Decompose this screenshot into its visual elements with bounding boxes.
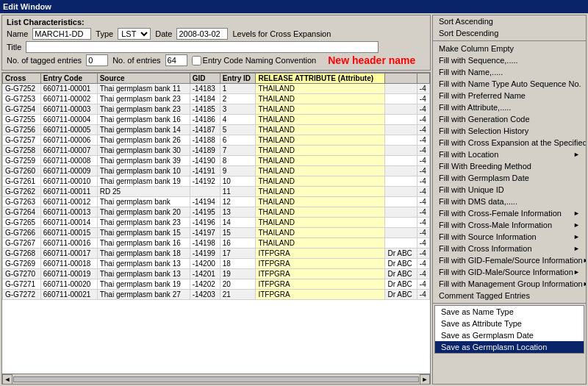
horizontal-scrollbar[interactable]: ◄ ► (2, 374, 430, 384)
table-cell: 13 (220, 207, 256, 218)
context-menu-item[interactable]: Fill with Cross-Male Information► (433, 219, 586, 231)
table-row[interactable]: G-G7263660711-00012Thai germplasm bank-1… (3, 197, 430, 207)
name-row: Name Type LST Date Levels for Cross Expa… (7, 28, 426, 40)
table-cell: -14190 (190, 156, 220, 166)
context-menu-item[interactable]: Sort Ascending (433, 15, 586, 27)
table-cell: 3 (220, 104, 256, 115)
table-cell: -4 (417, 125, 429, 135)
context-menu-item[interactable]: Fill with GID-Female/Source Information► (433, 254, 586, 266)
table-cell: G-G7254 (3, 104, 41, 115)
table-row[interactable]: G-G7262660711-00011RD 2511THAILAND-4 (3, 187, 430, 197)
tagged-input[interactable] (86, 54, 108, 66)
table-cell: -4 (417, 146, 429, 156)
context-menu-item[interactable]: Sort Descending (433, 27, 586, 39)
context-menu-item[interactable]: Fill with GID-Male/Source Information► (433, 266, 586, 278)
table-row[interactable]: G-G7254660711-00003Thai germplasm bank 2… (3, 104, 430, 115)
scroll-right-btn[interactable]: ► (420, 374, 430, 385)
table-row[interactable]: G-G7261660711-00010Thai germplasm bank 1… (3, 176, 430, 187)
context-menu-item[interactable]: Fill with DMS data,..... (433, 196, 586, 207)
table-cell: Thai germplasm bank 19 (97, 176, 190, 187)
scroll-track[interactable] (13, 376, 419, 382)
table-cell (385, 176, 417, 187)
table-cell: 17 (220, 249, 256, 259)
table-row[interactable]: G-G7259660711-00008Thai germplasm bank 3… (3, 156, 430, 166)
scroll-left-btn[interactable]: ◄ (2, 374, 12, 385)
table-cell: G-G7257 (3, 135, 41, 146)
date-input[interactable] (176, 28, 228, 40)
table-cell: -4 (417, 279, 429, 290)
context-menu-item[interactable]: Fill with Cross Information► (433, 243, 586, 254)
table-cell: -4 (417, 290, 429, 300)
context-menu-item[interactable]: Fill with Management Group Information► (433, 278, 586, 290)
context-menu-item[interactable]: Fill with Attribute,..... (433, 101, 586, 113)
context-menu-item[interactable]: Fill with Cross-Female Information► (433, 207, 586, 219)
table-cell: G-G7262 (3, 187, 41, 197)
table-cell (385, 228, 417, 238)
context-menu-item[interactable]: Fill with Location► (433, 149, 586, 160)
window-title: Edit Window (3, 2, 51, 11)
context-menu-item[interactable]: Fill with Selection History (433, 125, 586, 137)
context-menu-item[interactable]: Comment Tagged Entries (433, 290, 586, 301)
table-cell: -14184 (190, 94, 220, 104)
table-cell: RD 25 (97, 187, 190, 197)
table-row[interactable]: G-G7269660711-00018Thai germplasm bank 1… (3, 259, 430, 269)
table-row[interactable]: G-G7264660711-00013Thai germplasm bank 2… (3, 207, 430, 218)
context-menu-item[interactable]: Fill with Preferred Name (433, 90, 586, 101)
context-menu-item[interactable]: Fill with Sequence,..... (433, 54, 586, 66)
menu-divider-2 (433, 303, 586, 304)
table-row[interactable]: G-G7258660711-00007Thai germplasm bank 3… (3, 146, 430, 156)
context-menu-item[interactable]: Save as Attribute Type (435, 318, 584, 329)
table-scroll[interactable]: Cross Entry Code Source GID Entry ID REL… (2, 73, 430, 374)
table-row[interactable]: G-G7253660711-00002Thai germplasm bank 2… (3, 94, 430, 104)
table-row[interactable]: G-G7260660711-00009Thai germplasm bank 1… (3, 166, 430, 176)
context-menu-item[interactable]: Fill with Cross Expansion at the Specifi… (433, 137, 586, 149)
table-cell (385, 197, 417, 207)
table-row[interactable]: G-G7271660711-00020Thai germplasm bank 1… (3, 279, 430, 290)
context-menu-item[interactable]: Save as Name Type (435, 306, 584, 318)
context-menu-item[interactable]: Fill with Name,..... (433, 66, 586, 78)
left-panel: List Characteristics: Name Type LST Date… (0, 13, 432, 386)
table-cell: G-G7267 (3, 238, 41, 249)
table-row[interactable]: G-G7267660711-00016Thai germplasm bank 1… (3, 238, 430, 249)
context-menu-item[interactable]: Save as Germplasm Location (435, 341, 584, 353)
table-cell: -14199 (190, 249, 220, 259)
table-row[interactable]: G-G7265660711-00014Thai germplasm bank 2… (3, 218, 430, 228)
table-cell: 660711-00011 (40, 187, 97, 197)
table-cell: Thai germplasm bank 19 (97, 279, 190, 290)
context-menu-item[interactable]: Fill with Unique ID (433, 184, 586, 196)
entry-code-checkbox[interactable] (192, 56, 201, 65)
table-cell: THAILAND (256, 207, 385, 218)
table-cell: ITFPGRA (256, 259, 385, 269)
table-cell: Thai germplasm bank 11 (97, 84, 190, 94)
context-menu-item[interactable]: Make Column Empty (433, 43, 586, 54)
context-menu-item[interactable]: Fill with Generation Code (433, 113, 586, 125)
title-input[interactable] (26, 41, 379, 53)
table-row[interactable]: G-G7268660711-00017Thai germplasm bank 1… (3, 249, 430, 259)
table-row[interactable]: G-G7257660711-00006Thai germplasm bank 2… (3, 135, 430, 146)
table-cell: 660711-00005 (40, 125, 97, 135)
table-row[interactable]: G-G7266660711-00015Thai germplasm bank 1… (3, 228, 430, 238)
table-cell: -14200 (190, 259, 220, 269)
context-menu-item[interactable]: Fill with Source Information► (433, 231, 586, 243)
table-cell: Dr ABC (385, 259, 417, 269)
table-row[interactable]: G-G7272660711-00021Thai germplasm bank 2… (3, 290, 430, 300)
table-row[interactable]: G-G7270660711-00019Thai germplasm bank 1… (3, 269, 430, 279)
entries-input[interactable] (165, 54, 187, 66)
context-menu-item[interactable]: Save as Germplasm Date (435, 329, 584, 341)
context-menu-item[interactable]: Fill With Breeding Method (433, 160, 586, 172)
table-cell: Thai germplasm bank 30 (97, 146, 190, 156)
context-menu-item[interactable]: Fill with Germplasm Date (433, 172, 586, 184)
table-row[interactable]: G-G7252660711-00001Thai germplasm bank 1… (3, 84, 430, 94)
table-cell: 660711-00017 (40, 249, 97, 259)
table-row[interactable]: G-G7255660711-00004Thai germplasm bank 1… (3, 115, 430, 125)
table-cell: -4 (417, 269, 429, 279)
table-cell: 12 (220, 197, 256, 207)
context-menu-panel: Sort AscendingSort Descending Make Colum… (432, 15, 587, 385)
context-menu-item[interactable]: Fill with Name Type Auto Sequence No. (433, 78, 586, 90)
table-cell: -4 (417, 197, 429, 207)
table-cell: 19 (220, 269, 256, 279)
name-input[interactable] (32, 28, 91, 40)
table-cell: G-G7252 (3, 84, 41, 94)
table-row[interactable]: G-G7256660711-00005Thai germplasm bank 1… (3, 125, 430, 135)
type-select[interactable]: LST (118, 28, 151, 40)
